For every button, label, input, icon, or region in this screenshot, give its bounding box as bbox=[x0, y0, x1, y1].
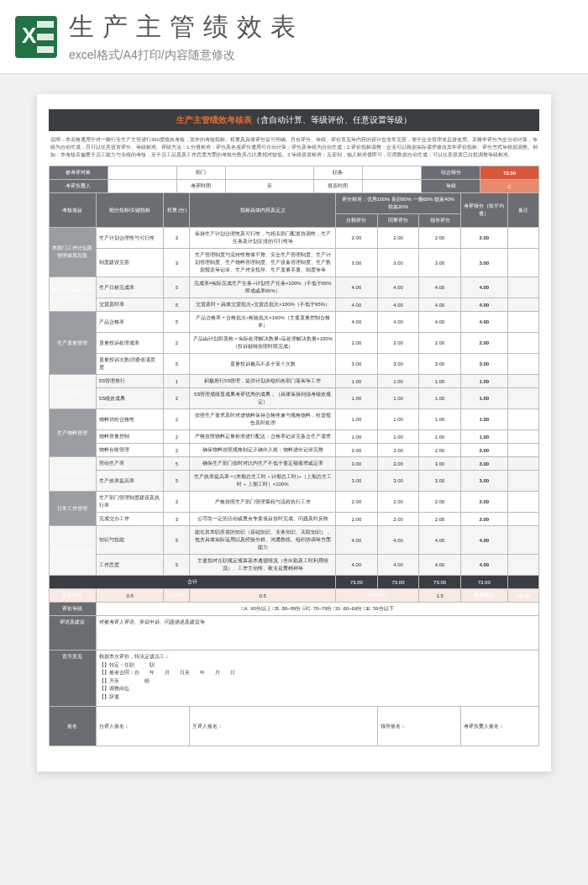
sub-indicator: 物料管量控制 bbox=[96, 430, 164, 444]
data-cell: 产品由计划部质检＝实际处理解决数量÷应处理解决数量×100%（投诉都得按照时限完… bbox=[190, 333, 336, 354]
data-cell: 5 bbox=[164, 555, 190, 576]
data-cell: 1.00 bbox=[377, 388, 419, 409]
data-cell: 1.00 bbox=[377, 409, 419, 430]
data-cell bbox=[507, 333, 538, 354]
sub-indicator: 生产效率提高率 bbox=[96, 471, 164, 492]
data-cell: 4.00 bbox=[460, 526, 507, 555]
data-cell: 质量投诉最高不多于某个次数 bbox=[190, 354, 336, 375]
data-cell: 2 bbox=[164, 430, 190, 444]
data-cell: 2 bbox=[164, 444, 190, 457]
data-cell: 2.00 bbox=[336, 444, 378, 457]
data-cell: 1.00 bbox=[460, 388, 507, 409]
data-cell: 2 bbox=[164, 388, 190, 409]
data-cell: 5 bbox=[164, 312, 190, 333]
data-cell bbox=[507, 555, 538, 576]
data-cell: 3 bbox=[164, 492, 190, 513]
data-cell bbox=[507, 228, 538, 249]
data-cell: 4.00 bbox=[419, 277, 461, 298]
data-cell: 4.00 bbox=[460, 298, 507, 312]
data-cell: 3.00 bbox=[419, 354, 461, 375]
data-cell: 5 bbox=[164, 277, 190, 298]
data-cell: 4.00 bbox=[336, 555, 378, 576]
excel-icon bbox=[15, 16, 57, 58]
data-cell: 2.00 bbox=[460, 333, 507, 354]
data-cell: 5 bbox=[164, 526, 190, 555]
sub-indicator: 产品合格率 bbox=[96, 312, 164, 333]
data-cell: 2.00 bbox=[419, 444, 461, 457]
data-cell bbox=[507, 388, 538, 409]
data-cell: 2.00 bbox=[460, 228, 507, 249]
group-cell: 生产物料管理 bbox=[50, 409, 97, 457]
data-cell: 5 bbox=[164, 471, 190, 492]
data-cell: 交货及时＝具体交货批次÷交货总批次×100%（不低于95%） bbox=[190, 298, 336, 312]
sub-indicator: 完成交办工作 bbox=[96, 513, 164, 526]
group-cell: 生产效率提高 bbox=[50, 457, 97, 492]
data-cell: 1.00 bbox=[419, 409, 461, 430]
data-cell: 1.00 bbox=[419, 388, 461, 409]
data-cell: 5 bbox=[164, 354, 190, 375]
data-cell: 2.00 bbox=[336, 513, 378, 526]
data-cell bbox=[507, 277, 538, 298]
data-cell bbox=[507, 430, 538, 444]
data-cell: 3.00 bbox=[336, 457, 378, 471]
data-cell: 1.00 bbox=[336, 430, 378, 444]
data-cell: 4.00 bbox=[419, 526, 461, 555]
data-cell: 3.00 bbox=[419, 457, 461, 471]
data-cell bbox=[507, 457, 538, 471]
banner-sub: excel格式/A4打印/内容随意修改 bbox=[69, 48, 573, 63]
data-cell: 2.00 bbox=[377, 444, 419, 457]
group-cell: 知识、技能与态度 bbox=[50, 526, 97, 576]
data-cell: 完成率=实际完成生产任务÷计划生产任务×100%（不低于95%即成或率95%） bbox=[190, 277, 336, 298]
data-cell: 2.00 bbox=[460, 492, 507, 513]
sub-indicator: 生产计划合理性与可行性 bbox=[96, 228, 164, 249]
data-cell bbox=[507, 312, 538, 333]
data-cell: 4.00 bbox=[377, 298, 419, 312]
data-cell: 2.00 bbox=[419, 492, 461, 513]
data-cell: 2.00 bbox=[336, 228, 378, 249]
data-cell: 4.00 bbox=[460, 312, 507, 333]
data-cell: 5S管理成绩显成果考评优秀的成果，（具体保持则须考绩效规定） bbox=[190, 388, 336, 409]
data-cell: 2.00 bbox=[377, 333, 419, 354]
data-cell: 1.00 bbox=[460, 375, 507, 388]
data-cell: 2.00 bbox=[377, 513, 419, 526]
data-cell: 2.00 bbox=[460, 513, 507, 526]
data-cell: 3.00 bbox=[419, 249, 461, 277]
data-cell: 3.00 bbox=[336, 249, 378, 277]
data-cell: 1 bbox=[164, 375, 190, 388]
data-cell: 严格按照物料定量标准进行配送：合格率记录完备合生产需求 bbox=[190, 430, 336, 444]
data-cell: 4.00 bbox=[377, 555, 419, 576]
data-cell: 1.00 bbox=[419, 375, 461, 388]
data-cell: 4.00 bbox=[336, 277, 378, 298]
data-cell: 4.00 bbox=[377, 277, 419, 298]
data-cell: 2.00 bbox=[419, 513, 461, 526]
data-cell: 按照生产要求及时对进物料保持合格性兼与规格物料，收货报告及时处理 bbox=[190, 409, 336, 430]
data-cell: 2.00 bbox=[377, 228, 419, 249]
data-cell: 4.00 bbox=[377, 526, 419, 555]
data-cell: 主要指对任职规定规章基本遵循情况（含出勤及工时利用情况）、工作主动性、敬业是责精… bbox=[190, 555, 336, 576]
data-cell: 3 bbox=[164, 228, 190, 249]
worksheet: 生产主管绩效考核表（含自动计算、等级评价、任意设置等级） 说明：本表格通用于对一… bbox=[37, 94, 551, 772]
data-cell bbox=[507, 298, 538, 312]
data-cell bbox=[507, 375, 538, 388]
data-cell bbox=[507, 444, 538, 457]
sub-indicator: 工作态度 bbox=[96, 555, 164, 576]
data-cell: 3 bbox=[164, 513, 190, 526]
decision-body: 根据本次评价，特决定该员工： 【】特定：任职 职 【】签署合同：自 年 月 日至… bbox=[96, 651, 538, 707]
data-cell: 生产效率提高率＝(本期总生工时 ÷ 计期总工时)÷（上期总生工时 ÷ 上期工时）… bbox=[190, 471, 336, 492]
data-cell: 4.00 bbox=[336, 526, 378, 555]
data-cell: 3.00 bbox=[377, 354, 419, 375]
data-cell: 严格按照生产部门管理章程与流程执行工作 bbox=[190, 492, 336, 513]
banner-title: 生产主管绩效表 bbox=[69, 10, 573, 45]
sub-indicator: 生产部门管理制度建设及执行率 bbox=[96, 492, 164, 513]
data-cell bbox=[507, 513, 538, 526]
data-cell: 3.00 bbox=[460, 471, 507, 492]
data-cell: 3.00 bbox=[460, 457, 507, 471]
data-cell: 2.00 bbox=[377, 492, 419, 513]
data-cell: 1.00 bbox=[419, 430, 461, 444]
data-cell: 2.00 bbox=[419, 333, 461, 354]
total-score: 73.50 bbox=[480, 166, 539, 180]
data-cell: 4.00 bbox=[377, 312, 419, 333]
data-cell: 3.00 bbox=[460, 249, 507, 277]
data-cell: 3.00 bbox=[377, 471, 419, 492]
data-cell: 3.00 bbox=[460, 354, 507, 375]
